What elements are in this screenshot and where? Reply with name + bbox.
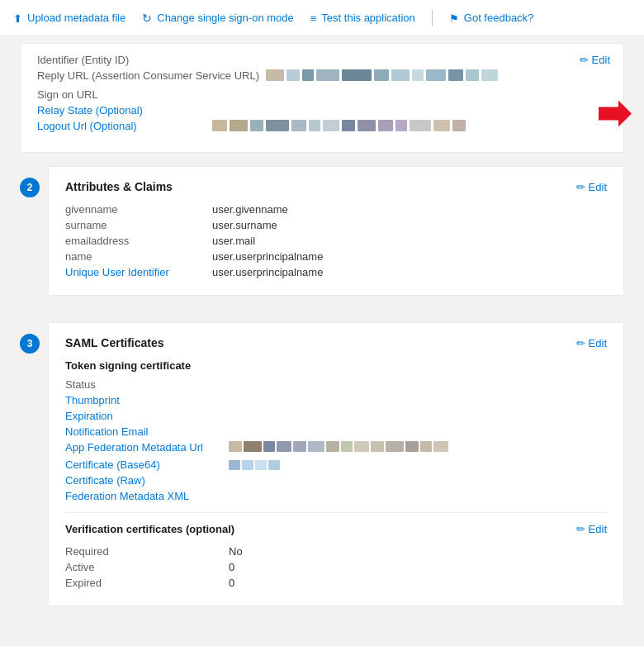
cert-base64-mosaic <box>229 460 280 470</box>
attr-emailaddress-value: user.mail <box>212 235 255 247</box>
reply-url-mosaic <box>266 69 547 81</box>
attr-surname-label: surname <box>65 219 206 231</box>
saml-certs-card: SAML Certificates Edit Token signing cer… <box>48 322 624 606</box>
cert-notification-label: Notification Email <box>65 425 222 438</box>
relay-state-label: Relay State (Optional) <box>37 104 202 116</box>
top-edit-btn[interactable]: Edit <box>580 54 610 66</box>
cert-thumbprint-row: Thumbprint <box>65 394 607 406</box>
cert-thumbprint-label: Thumbprint <box>65 394 222 406</box>
reply-url-row: Reply URL (Assertion Consumer Service UR… <box>37 69 607 82</box>
attr-givenname-value: user.givenname <box>212 203 288 216</box>
cert-metadata-url-label: App Federation Metadata Url <box>65 441 222 454</box>
identifier-row: Identifier (Entity ID) <box>37 54 607 66</box>
attr-unique-value: user.userprincipalname <box>212 266 323 278</box>
upload-icon <box>13 12 22 25</box>
upload-metadata-btn[interactable]: Upload metadata file <box>13 12 125 25</box>
token-signing-title: Token signing certificate <box>65 359 607 372</box>
attr-emailaddress-row: emailaddress user.mail <box>65 235 607 247</box>
verification-active-row: Active 0 <box>65 561 607 573</box>
test-icon <box>310 12 317 25</box>
verification-expired-row: Expired 0 <box>65 577 607 589</box>
saml-certs-edit-btn[interactable]: Edit <box>576 337 607 349</box>
metadata-url-mosaic <box>229 441 460 452</box>
change-sso-label: Change single sign-on mode <box>157 12 294 24</box>
section3-wrapper: 3 SAML Certificates Edit Token signing c… <box>20 322 624 620</box>
attr-givenname-row: givenname user.givenname <box>65 203 607 216</box>
logout-url-row: Logout Url (Optional) <box>37 120 607 132</box>
cert-notification-row: Notification Email <box>65 425 607 438</box>
saml-config-card: Edit Identifier (Entity ID) Reply URL (A… <box>20 43 624 153</box>
attributes-claims-card: Attributes & Claims Edit givenname user.… <box>48 166 624 296</box>
attr-givenname-label: givenname <box>65 203 206 216</box>
verification-title: Verification certificates (optional) <box>65 523 234 535</box>
sign-on-row: Sign on URL <box>37 88 607 101</box>
attributes-header: Attributes & Claims Edit <box>65 180 607 193</box>
verification-required-row: Required No <box>65 545 607 558</box>
saml-certs-title: SAML Certificates <box>65 336 164 349</box>
step3-circle: 3 <box>20 334 40 354</box>
attributes-title: Attributes & Claims <box>65 180 173 193</box>
saml-certs-pencil-icon <box>576 337 585 349</box>
verification-active-value: 0 <box>229 561 234 573</box>
attr-emailaddress-label: emailaddress <box>65 235 206 247</box>
cert-expiration-label: Expiration <box>65 410 222 422</box>
upload-label: Upload metadata file <box>27 12 125 24</box>
step2-circle: 2 <box>20 178 40 197</box>
pencil-icon <box>580 54 589 66</box>
fed-metadata-label: Federation Metadata XML <box>65 490 222 502</box>
sign-on-label: Sign on URL <box>37 88 202 101</box>
refresh-icon <box>142 12 152 25</box>
top-edit-label: Edit <box>592 54 610 66</box>
main-content: Edit Identifier (Entity ID) Reply URL (A… <box>0 43 644 646</box>
verification-active-label: Active <box>65 561 222 573</box>
attr-surname-value: user.surname <box>212 219 277 231</box>
toolbar: Upload metadata file Change single sign-… <box>0 0 644 36</box>
cert-base64-label: Certificate (Base64) <box>65 458 222 471</box>
svg-marker-0 <box>599 100 632 126</box>
change-sso-btn[interactable]: Change single sign-on mode <box>142 12 294 25</box>
attr-name-label: name <box>65 250 206 263</box>
test-label: Test this application <box>321 12 414 24</box>
verification-expired-value: 0 <box>229 577 234 589</box>
logout-url-label: Logout Url (Optional) <box>37 120 202 132</box>
verification-required-label: Required <box>65 545 222 558</box>
separator <box>432 10 433 26</box>
verification-edit-btn[interactable]: Edit <box>576 523 607 535</box>
feedback-icon <box>449 12 459 25</box>
attr-name-value: user.userprincipalname <box>212 250 323 263</box>
section2-wrapper: 2 Attributes & Claims Edit givenname use… <box>20 166 624 309</box>
attr-unique-row: Unique User Identifier user.userprincipa… <box>65 266 607 278</box>
attributes-pencil-icon <box>576 181 585 193</box>
cert-status-label: Status <box>65 378 222 391</box>
attr-name-row: name user.userprincipalname <box>65 250 607 263</box>
verification-required-value: No <box>229 545 243 558</box>
cert-status-row: Status <box>65 378 607 391</box>
cert-base64-row: Certificate (Base64) <box>65 458 607 471</box>
verification-header: Verification certificates (optional) Edi… <box>65 523 607 535</box>
attr-unique-label: Unique User Identifier <box>65 266 206 278</box>
relay-state-row: Relay State (Optional) <box>37 104 607 116</box>
identifier-label: Identifier (Entity ID) <box>37 54 202 66</box>
cert-raw-row: Certificate (Raw) <box>65 474 607 487</box>
test-app-btn[interactable]: Test this application <box>310 12 415 25</box>
verification-expired-label: Expired <box>65 577 222 589</box>
fed-metadata-row: Federation Metadata XML <box>65 490 607 502</box>
cert-divider <box>65 512 607 513</box>
verification-pencil-icon <box>576 523 585 535</box>
logout-url-mosaic <box>212 120 476 131</box>
cert-metadata-url-row: App Federation Metadata Url <box>65 441 607 454</box>
feedback-btn[interactable]: Got feedback? <box>449 12 534 25</box>
cert-expiration-row: Expiration <box>65 410 607 422</box>
cert-raw-label: Certificate (Raw) <box>65 474 222 487</box>
attr-surname-row: surname user.surname <box>65 219 607 231</box>
saml-certs-header: SAML Certificates Edit <box>65 336 607 349</box>
attributes-edit-btn[interactable]: Edit <box>576 181 607 193</box>
reply-url-label: Reply URL (Assertion Consumer Service UR… <box>37 69 259 82</box>
feedback-label: Got feedback? <box>464 12 534 24</box>
red-arrow <box>599 100 632 129</box>
